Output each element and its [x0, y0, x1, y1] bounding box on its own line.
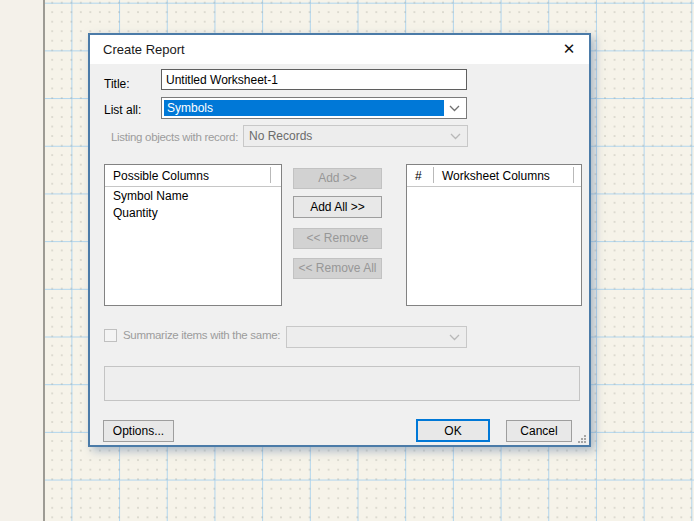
chevron-down-icon — [449, 105, 460, 112]
column-divider[interactable] — [573, 167, 574, 183]
dialog-titlebar[interactable]: Create Report ✕ — [90, 35, 589, 64]
cancel-button[interactable]: Cancel — [506, 420, 572, 442]
resize-grip-icon[interactable] — [576, 433, 586, 443]
title-input[interactable] — [161, 69, 467, 90]
remove-all-button: << Remove All — [293, 258, 382, 279]
close-icon[interactable]: ✕ — [560, 40, 578, 58]
list-all-selected-value: Symbols — [164, 100, 444, 116]
chevron-down-icon — [450, 133, 461, 140]
list-item[interactable]: Quantity — [105, 205, 281, 222]
column-divider[interactable] — [433, 167, 434, 183]
summarize-checkbox — [104, 329, 117, 342]
worksheet-columns-items — [407, 188, 581, 305]
summary-info-box — [104, 366, 580, 401]
list-all-label: List all: — [104, 103, 141, 117]
title-label: Title: — [104, 77, 130, 91]
options-button[interactable]: Options... — [103, 420, 174, 442]
possible-columns-header-label: Possible Columns — [113, 169, 209, 183]
listing-objects-label: Listing objects with record: — [111, 131, 238, 143]
chevron-down-icon — [449, 334, 460, 341]
number-column-header-label: # — [415, 169, 422, 183]
possible-columns-items: Symbol Name Quantity — [105, 188, 281, 305]
possible-columns-list[interactable]: Possible Columns Symbol Name Quantity — [104, 164, 282, 306]
column-divider[interactable] — [270, 167, 271, 183]
possible-columns-header[interactable]: Possible Columns — [105, 165, 281, 187]
listing-objects-value: No Records — [249, 129, 312, 143]
worksheet-columns-list[interactable]: # Worksheet Columns — [406, 164, 582, 306]
worksheet-columns-header-label: Worksheet Columns — [442, 169, 550, 183]
list-item[interactable]: Symbol Name — [105, 188, 281, 205]
canvas-left-margin — [0, 0, 45, 521]
add-button: Add >> — [293, 168, 382, 189]
list-all-dropdown[interactable]: Symbols — [161, 97, 467, 119]
ok-button[interactable]: OK — [416, 419, 490, 442]
dialog-title: Create Report — [103, 42, 185, 57]
create-report-dialog: Create Report ✕ Title: List all: Symbols… — [88, 33, 591, 447]
add-all-button[interactable]: Add All >> — [293, 196, 382, 218]
summarize-dropdown — [286, 326, 467, 348]
remove-button: << Remove — [293, 228, 382, 249]
listing-objects-dropdown: No Records — [243, 125, 468, 147]
summarize-label: Summarize items with the same: — [123, 329, 280, 341]
worksheet-columns-header[interactable]: # Worksheet Columns — [407, 165, 581, 187]
